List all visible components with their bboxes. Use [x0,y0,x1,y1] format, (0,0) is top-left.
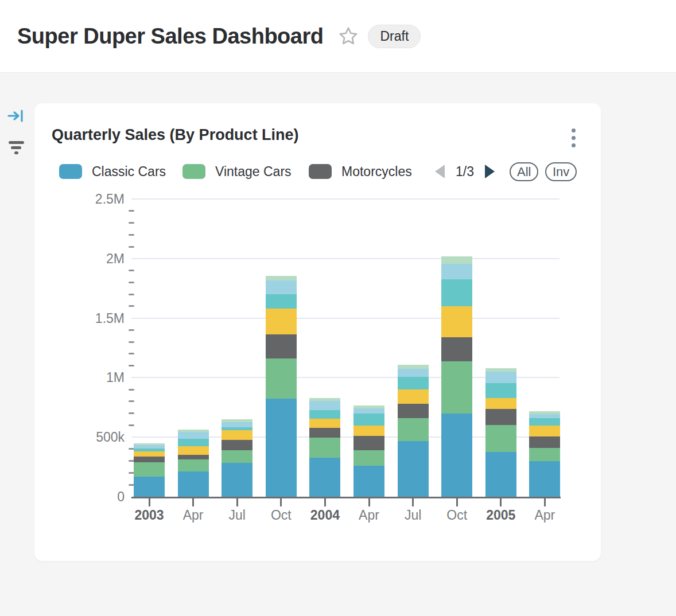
bar-segment[interactable] [309,401,340,411]
legend-next-page-button[interactable] [485,165,495,178]
bar-segment[interactable] [529,418,560,426]
bar-segment[interactable] [485,372,516,383]
y-axis-minor-tick [129,400,134,402]
bar-segment[interactable] [398,418,429,441]
legend-invert-selection-button[interactable]: Inv [545,162,577,181]
bar-4-2004[interactable] [309,398,340,497]
bar-9-apr[interactable] [529,411,560,497]
favorite-button[interactable] [338,26,359,46]
bar-2-jul[interactable] [222,419,252,497]
bar-segment[interactable] [309,419,340,428]
bar-segment[interactable] [353,426,384,436]
bar-1-apr[interactable] [178,430,209,497]
bar-segment[interactable] [398,441,429,497]
bar-segment[interactable] [134,457,165,462]
x-axis-tick [500,498,502,506]
bar-segment[interactable] [222,463,252,497]
bar-segment[interactable] [529,448,560,461]
bar-segment[interactable] [222,430,252,440]
bar-segment[interactable] [441,279,472,306]
bar-segment[interactable] [266,276,297,280]
legend-select-all-button[interactable]: All [510,162,538,181]
bar-segment[interactable] [178,455,209,460]
bar-segment[interactable] [529,436,560,448]
bar-segment[interactable] [266,334,297,358]
bar-segment[interactable] [353,408,384,414]
y-axis-minor-tick [129,424,134,426]
x-axis-label-oct: Oct [446,508,467,523]
bar-segment[interactable] [529,414,560,418]
bar-segment[interactable] [441,414,472,497]
bar-7-oct[interactable] [441,256,472,497]
bar-segment[interactable] [266,358,297,398]
bar-segment[interactable] [485,398,516,408]
bar-segment[interactable] [441,337,472,361]
legend-item-classic-cars[interactable]: Classic Cars [59,163,166,180]
bar-segment[interactable] [353,466,384,497]
bar-segment[interactable] [485,383,516,398]
bar-segment[interactable] [485,425,516,453]
bar-segment[interactable] [398,389,429,404]
bar-segment[interactable] [222,422,252,427]
bar-segment[interactable] [309,458,340,497]
x-axis-label-oct: Oct [271,508,292,523]
y-axis-label-500k: 500k [82,429,125,445]
bar-segment[interactable] [398,365,429,369]
bar-6-jul[interactable] [398,365,429,497]
bar-8-2005[interactable] [485,368,516,497]
filter-button[interactable] [8,141,24,154]
card-menu-button[interactable] [570,127,577,149]
bar-segment[interactable] [398,404,429,418]
star-icon [338,26,359,46]
bar-segment[interactable] [441,264,472,279]
legend-page-indicator: 1/3 [456,164,474,180]
bar-segment[interactable] [134,462,165,476]
gridline-1.5M [131,318,560,319]
bar-segment[interactable] [178,432,209,439]
bar-segment[interactable] [134,451,165,457]
filter-lines-icon [9,141,24,144]
bar-segment[interactable] [529,461,560,497]
bar-segment[interactable] [178,471,209,497]
bar-segment[interactable] [353,450,384,466]
bar-segment[interactable] [398,377,429,389]
bar-segment[interactable] [309,428,340,438]
bar-segment[interactable] [266,309,297,334]
chart-card: Quarterly Sales (By Product Line) Classi… [34,103,601,561]
bar-segment[interactable] [441,306,472,337]
x-axis-label-jul: Jul [228,508,245,523]
kebab-icon [572,128,576,132]
bar-segment[interactable] [178,439,209,446]
legend-item-motorcycles[interactable]: Motorcycles [309,163,412,180]
y-axis-minor-tick [129,246,134,248]
collapse-panel-button[interactable] [7,108,24,126]
bar-segment[interactable] [529,426,560,436]
bar-3-oct[interactable] [266,276,297,497]
bar-segment[interactable] [266,280,297,294]
x-axis-label-2004: 2004 [310,508,340,523]
y-axis-label-1M: 1M [82,369,125,385]
x-axis-tick [324,498,326,506]
bar-segment[interactable] [134,477,165,497]
bar-segment[interactable] [178,459,209,471]
bar-segment[interactable] [485,452,516,497]
bar-segment[interactable] [222,450,252,463]
bar-segment[interactable] [178,446,209,455]
legend-item-vintage-cars[interactable]: Vintage Cars [182,163,292,180]
bar-segment[interactable] [309,410,340,419]
bar-segment[interactable] [441,256,472,264]
bar-segment[interactable] [398,369,429,377]
y-axis-label-0: 0 [82,489,125,505]
bar-segment[interactable] [222,440,252,450]
bar-5-apr[interactable] [353,406,384,497]
bar-segment[interactable] [485,409,516,425]
x-axis-tick [149,498,150,506]
bar-segment[interactable] [266,294,297,309]
bar-0-2003[interactable] [134,443,165,497]
legend-prev-page-button[interactable] [435,165,445,178]
bar-segment[interactable] [266,399,297,497]
bar-segment[interactable] [441,361,472,414]
bar-segment[interactable] [353,414,384,426]
bar-segment[interactable] [353,436,384,451]
bar-segment[interactable] [309,438,340,457]
